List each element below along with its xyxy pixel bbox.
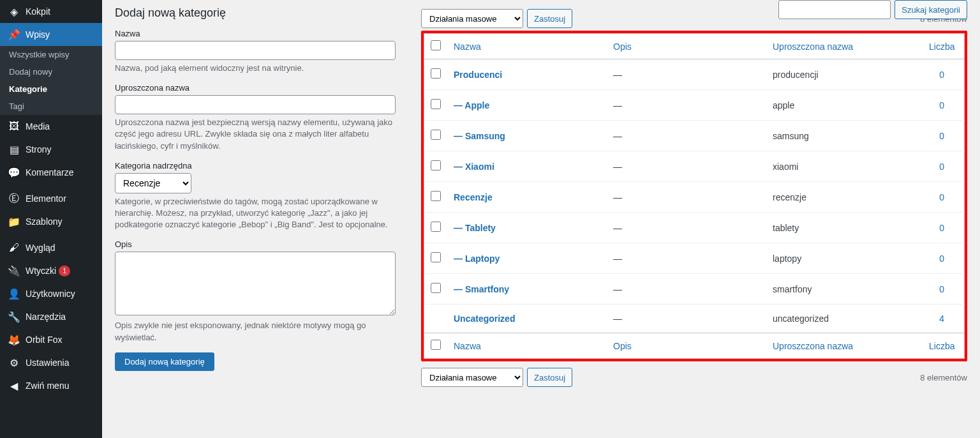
row-checkbox[interactable] [431,191,441,201]
collapse-icon: ◀ [8,379,20,392]
row-checkbox[interactable] [431,222,441,232]
menu-dashboard[interactable]: ◈Kokpit [0,0,102,23]
header-count[interactable]: Liczba [929,42,954,52]
row-checkbox[interactable] [431,160,441,170]
tools-icon: 🔧 [8,310,20,323]
desc-textarea[interactable] [115,252,396,315]
category-count[interactable]: 4 [939,313,944,324]
footer-name[interactable]: Nazwa [454,341,481,351]
menu-elementor[interactable]: ⒺElementor [0,187,102,210]
menu-label: Komentarze [26,167,73,177]
parent-description: Kategorie, w przeciwieństwie do tagów, m… [115,196,396,231]
category-count[interactable]: 0 [939,223,944,233]
bulk-apply-bottom[interactable]: Zastosuj [527,368,572,387]
category-count[interactable]: 0 [939,192,944,202]
submenu-add-new[interactable]: Dodaj nowy [0,63,102,80]
row-checkbox[interactable] [431,130,441,140]
row-checkbox[interactable] [431,99,441,109]
category-count[interactable]: 0 [939,70,944,80]
table-row: Producenci—producencji0 [424,59,965,90]
slug-label: Uproszczona nazwa [115,83,396,93]
menu-collapse[interactable]: ◀Zwiń menu [0,374,102,397]
submenu-tags[interactable]: Tagi [0,98,102,115]
footer-slug[interactable]: Uproszczona nazwa [773,341,853,351]
category-count[interactable]: 0 [939,284,944,294]
menu-templates[interactable]: 📁Szablony [0,210,102,233]
menu-label: Media [26,121,50,132]
posts-icon: 📌 [8,28,20,41]
menu-posts[interactable]: 📌Wpisy [0,23,102,46]
category-desc: — [613,100,622,110]
admin-sidebar: ◈Kokpit📌WpisyWszystkie wpisyDodaj nowyKa… [0,0,102,438]
select-all-top[interactable] [431,40,441,50]
update-badge: 1 [59,266,70,276]
menu-label: Strony [26,144,51,155]
menu-label: Narzędzia [26,312,66,322]
header-slug[interactable]: Uproszczona nazwa [773,42,853,52]
desc-description: Opis zwykle nie jest eksponowany, jednak… [115,320,396,343]
menu-media[interactable]: 🖾Media [0,115,102,138]
select-all-bottom[interactable] [431,340,441,350]
form-title: Dodaj nową kategorię [115,6,396,20]
table-row: Uncategorized—uncategorized4 [424,305,965,333]
menu-users[interactable]: 👤Użytkownicy [0,282,102,305]
category-desc: — [613,131,622,141]
category-link[interactable]: Uncategorized [454,313,515,324]
media-icon: 🖾 [8,120,20,133]
name-label: Nazwa [115,29,396,38]
category-link[interactable]: Recenzje [454,192,493,202]
row-checkbox[interactable] [431,252,441,262]
category-count[interactable]: 0 [939,253,944,264]
plugins-icon: 🔌 [8,264,20,277]
parent-select[interactable]: Recenzje [115,173,191,193]
table-row: — Smartfony—smartfony0 [424,274,965,305]
search-input[interactable] [778,0,891,19]
menu-label: Wygląd [26,243,56,253]
bulk-action-select-top[interactable]: Działania masowe [421,9,523,28]
category-link[interactable]: — Tablety [454,223,496,233]
category-desc: — [613,70,622,80]
category-slug: xiaomi [773,162,798,172]
footer-count[interactable]: Liczba [929,341,954,351]
menu-tools[interactable]: 🔧Narzędzia [0,305,102,328]
category-slug: smartfony [773,284,812,294]
bulk-action-select-bottom[interactable]: Działania masowe [421,368,523,387]
category-link[interactable]: — Samsung [454,131,505,141]
category-count[interactable]: 0 [939,131,944,141]
bulk-apply-top[interactable]: Zastosuj [527,9,572,28]
header-name[interactable]: Nazwa [454,42,481,52]
menu-orbit-fox[interactable]: 🦊Orbit Fox [0,328,102,351]
users-icon: 👤 [8,287,20,300]
menu-settings[interactable]: ⚙Ustawienia [0,351,102,374]
menu-label: Użytkownicy [26,289,75,299]
category-link[interactable]: — Smartfony [454,284,509,294]
row-checkbox[interactable] [431,283,441,293]
menu-comments[interactable]: 💬Komentarze [0,161,102,184]
desc-label: Opis [115,239,396,249]
category-count[interactable]: 0 [939,162,944,172]
search-button[interactable]: Szukaj kategorii [895,0,967,19]
header-desc[interactable]: Opis [613,42,632,52]
menu-label: Szablony [26,216,63,227]
category-link[interactable]: — Xiaomi [454,162,494,172]
table-row: — Xiaomi—xiaomi0 [424,151,965,182]
name-input[interactable] [115,41,396,60]
category-link[interactable]: — Laptopy [454,253,500,264]
table-row: Recenzje—recenzje0 [424,182,965,213]
submit-button[interactable]: Dodaj nową kategorię [115,352,214,371]
category-slug: apple [773,100,794,110]
footer-desc[interactable]: Opis [613,341,632,351]
menu-appearance[interactable]: 🖌Wygląd [0,236,102,259]
category-count[interactable]: 0 [939,100,944,110]
menu-label: Elementor [26,193,66,204]
slug-description: Uproszczona nazwa jest bezpieczną wersją… [115,117,396,152]
category-link[interactable]: Producenci [454,70,502,80]
menu-pages[interactable]: ▤Strony [0,138,102,161]
menu-plugins[interactable]: 🔌Wtyczki1 [0,259,102,282]
submenu-categories[interactable]: Kategorie [0,80,102,98]
slug-input[interactable] [115,95,396,114]
submenu-all-posts[interactable]: Wszystkie wpisy [0,46,102,63]
row-checkbox[interactable] [431,68,441,79]
category-link[interactable]: — Apple [454,100,489,110]
table-row: — Apple—apple0 [424,90,965,121]
